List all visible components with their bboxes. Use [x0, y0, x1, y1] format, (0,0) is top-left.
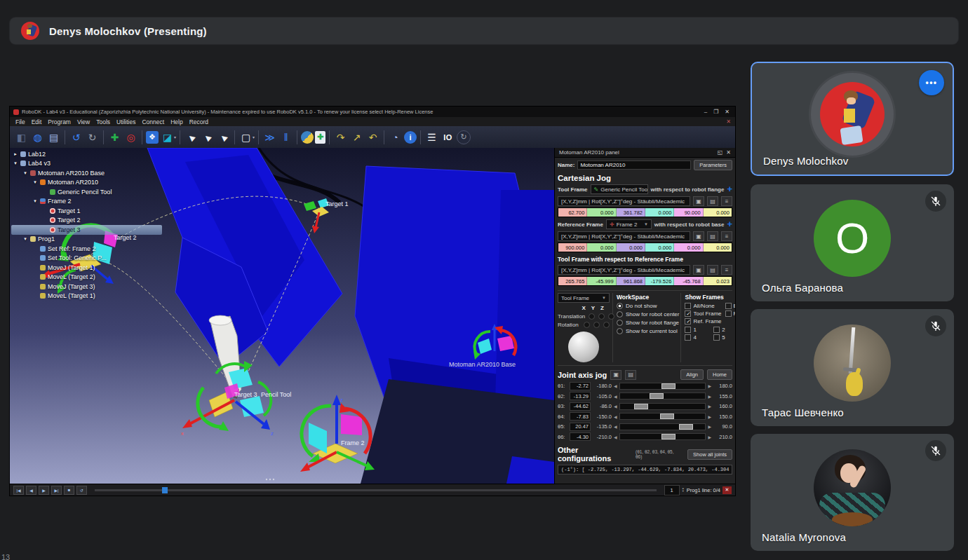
redo-icon[interactable]: ↻: [85, 130, 100, 145]
copy-icon[interactable]: ▣: [693, 231, 704, 241]
copy-icon[interactable]: ▣: [693, 196, 704, 206]
tree-item-robot[interactable]: ▾Motoman AR2010: [11, 178, 162, 188]
menu-help[interactable]: Help: [168, 118, 185, 125]
isometric-view-icon[interactable]: ◪: [160, 130, 175, 145]
menu-view[interactable]: View: [74, 118, 93, 125]
joint-slider[interactable]: [619, 383, 706, 390]
joint-slider[interactable]: [619, 423, 706, 430]
pause-icon[interactable]: ‖: [278, 130, 293, 145]
show-all-joints-button[interactable]: Show all joints: [687, 449, 732, 460]
jog-frame-select[interactable]: Tool Frame▼: [558, 293, 610, 303]
tree-item-target3[interactable]: Target 3: [11, 225, 162, 235]
tree-item-set-tool[interactable]: Set Tool: Generic P...: [11, 254, 162, 264]
jog-knob[interactable]: [598, 313, 605, 320]
menu-file[interactable]: File: [13, 118, 28, 125]
tree-item-movej1[interactable]: MoveJ (Target 1): [11, 263, 162, 273]
frame-check-5[interactable]: 5: [713, 334, 735, 341]
tree-item-target1[interactable]: Target 1: [11, 206, 162, 216]
tree-item-robot-base[interactable]: ▾Motoman AR2010 Base: [11, 168, 162, 178]
robodk-titlebar[interactable]: RoboDK - Lab4 v3 - Educational (Zaporizh…: [10, 107, 735, 117]
joint-value[interactable]: -7.83: [570, 412, 591, 421]
configurations-select[interactable]: (-1°): [ -2.725, -13.297, -44.629, -7.83…: [558, 465, 732, 474]
movec-icon[interactable]: ↶: [365, 130, 380, 145]
pose-base-values[interactable]: 900.0000.000 0.0000.000 0.0000.000: [558, 243, 732, 252]
tree-item-frame2[interactable]: ▾Frame 2: [11, 197, 162, 207]
frames-base[interactable]: Base (0): [725, 303, 736, 309]
frames-robot-flange[interactable]: Robot Flange: [725, 310, 736, 317]
joint-value[interactable]: -13.29: [570, 392, 591, 400]
paste-icon[interactable]: ▤: [707, 231, 718, 241]
home-button[interactable]: Home: [707, 369, 732, 380]
tree-item-movej3[interactable]: MoveJ (Target 3): [11, 282, 162, 292]
movej-icon[interactable]: ↷: [333, 130, 348, 145]
sim-first-icon[interactable]: |◀: [13, 486, 24, 495]
fast-forward-icon[interactable]: ≫: [262, 130, 277, 145]
pose-ref-values[interactable]: 265.765-45.999 961.868-179.526 -45.7680.…: [558, 276, 732, 286]
pose-flange-values[interactable]: 62.7000.000 361.7820.000 90.0000.000: [558, 207, 732, 217]
tree-item-set-ref[interactable]: Set Ref: Frame 2: [11, 244, 162, 254]
parameters-button[interactable]: Parameters: [694, 160, 732, 170]
add-target-icon[interactable]: ◎: [123, 130, 138, 145]
workspace-option-0[interactable]: Do not show: [617, 303, 679, 309]
frame-check-4[interactable]: 4: [685, 334, 710, 341]
sim-loop-icon[interactable]: ↺: [76, 486, 87, 495]
speed-spinner[interactable]: [664, 485, 680, 496]
maximize-icon[interactable]: ❐: [713, 109, 718, 115]
tree-item-lab12[interactable]: ▸Lab12: [11, 149, 162, 159]
station-params-icon[interactable]: ☰: [424, 130, 439, 145]
pose-menu-icon[interactable]: ≡: [721, 196, 732, 206]
connect-robot-icon[interactable]: ↻: [457, 130, 471, 144]
frames-tool-frame[interactable]: ✓Tool Frame: [685, 310, 721, 317]
sim-progress-thumb[interactable]: [162, 487, 168, 493]
robot-name-input[interactable]: [577, 161, 691, 170]
pose-format-select-1[interactable]: [X,Y,Z]mm | Rot[X,Y',Z'']°deg - Stäubli/…: [558, 196, 690, 206]
fit-all-icon[interactable]: ❖: [146, 131, 159, 144]
cursor-move-icon[interactable]: ▲: [213, 126, 234, 147]
movel-icon[interactable]: ↗: [349, 130, 364, 145]
jog-knob[interactable]: [593, 322, 600, 328]
tree-item-pencil-tool[interactable]: Generic Pencil Tool: [11, 187, 162, 197]
save-icon[interactable]: ▤: [46, 130, 61, 145]
menu-record[interactable]: Record: [187, 118, 211, 125]
jog-knob[interactable]: [589, 313, 595, 320]
frame-check-1[interactable]: 1: [685, 327, 710, 333]
paste-icon[interactable]: ▤: [707, 265, 718, 275]
panel-close-icon[interactable]: ✕: [726, 149, 731, 156]
tool-frame-select[interactable]: ✎ Generic Pencil Tool▼: [591, 184, 648, 194]
pose-format-select-3[interactable]: [X,Y,Z]mm | Rot[X,Y',Z'']°deg - Stäubli/…: [558, 265, 690, 275]
collision-check-icon[interactable]: ◔: [388, 130, 403, 145]
joint-value[interactable]: 20.47: [570, 423, 591, 431]
jog-trackball[interactable]: [568, 332, 599, 362]
info-icon[interactable]: i: [404, 131, 417, 144]
undo-icon[interactable]: ↺: [69, 130, 83, 145]
stop-close-icon[interactable]: ✕: [722, 486, 732, 494]
participant-tile-taras[interactable]: Тарас Шевченко: [751, 309, 954, 426]
tree-item-prog1[interactable]: ▾Prog1: [11, 235, 162, 245]
tree-item-movel2[interactable]: MoveL (Target 2): [11, 273, 162, 282]
add-ref-frame-icon[interactable]: +: [727, 221, 732, 228]
participant-tile-denys[interactable]: ••• Denys Molochkov: [751, 62, 954, 176]
pose-menu-icon[interactable]: ≡: [721, 231, 732, 241]
joint-slider[interactable]: [619, 413, 706, 420]
sim-forward-icon[interactable]: ▶|: [51, 486, 62, 495]
menu-edit[interactable]: Edit: [29, 118, 45, 125]
copy-icon[interactable]: ▣: [693, 265, 704, 275]
workspace-option-2[interactable]: Show for robot flange: [617, 320, 679, 326]
panel-header[interactable]: Motoman AR2010 panel ◱ ✕: [555, 148, 735, 158]
sim-play-icon[interactable]: ▶: [39, 486, 49, 495]
menu-program[interactable]: Program: [45, 118, 74, 125]
ref-frame-select[interactable]: ✛ Frame 2▼: [606, 219, 652, 229]
joint-value[interactable]: -2.72: [570, 382, 591, 390]
frames-ref-frame[interactable]: ✓Ref. Frame: [685, 318, 721, 325]
python-program-icon[interactable]: [301, 131, 314, 144]
menubar-close-icon[interactable]: ✕: [726, 118, 732, 125]
paste-joints-icon[interactable]: ▤: [625, 370, 636, 380]
sim-back-icon[interactable]: ◀: [26, 486, 36, 495]
joint-value[interactable]: -4.30: [570, 432, 591, 441]
menu-connect[interactable]: Connect: [139, 118, 167, 125]
pose-menu-icon[interactable]: ≡: [721, 265, 732, 275]
close-icon[interactable]: ✕: [725, 109, 730, 115]
joint-slider[interactable]: [619, 392, 706, 399]
pose-format-select-2[interactable]: [X,Y,Z]mm | Rot[X,Y',Z'']°deg - Stäubli/…: [558, 231, 690, 241]
copy-joints-icon[interactable]: ▣: [610, 370, 621, 380]
